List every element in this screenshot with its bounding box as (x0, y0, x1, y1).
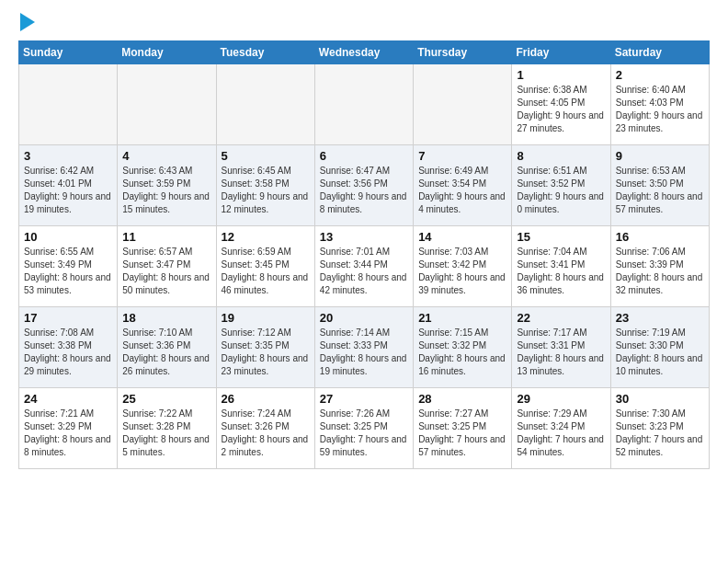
day-info: Sunrise: 7:24 AM Sunset: 3:26 PM Dayligh… (222, 408, 310, 459)
day-number: 10 (24, 230, 112, 244)
calendar-cell: 14Sunrise: 7:03 AM Sunset: 3:42 PM Dayli… (414, 226, 512, 307)
calendar-cell: 4Sunrise: 6:43 AM Sunset: 3:59 PM Daylig… (118, 145, 216, 226)
day-header-friday: Friday (512, 41, 610, 64)
day-number: 7 (418, 149, 506, 163)
day-info: Sunrise: 7:29 AM Sunset: 3:24 PM Dayligh… (517, 408, 605, 459)
day-number: 26 (222, 392, 310, 406)
day-header-saturday: Saturday (610, 41, 709, 64)
day-info: Sunrise: 7:14 AM Sunset: 3:33 PM Dayligh… (320, 327, 408, 378)
day-info: Sunrise: 6:47 AM Sunset: 3:56 PM Dayligh… (320, 165, 408, 216)
day-info: Sunrise: 6:40 AM Sunset: 4:03 PM Dayligh… (616, 84, 704, 135)
day-number: 15 (517, 230, 605, 244)
day-info: Sunrise: 7:17 AM Sunset: 3:31 PM Dayligh… (517, 327, 605, 378)
calendar-cell: 8Sunrise: 6:51 AM Sunset: 3:52 PM Daylig… (512, 145, 610, 226)
calendar-cell: 25Sunrise: 7:22 AM Sunset: 3:28 PM Dayli… (118, 388, 216, 469)
day-number: 21 (418, 311, 506, 325)
day-header-sunday: Sunday (19, 41, 118, 64)
calendar-cell: 27Sunrise: 7:26 AM Sunset: 3:25 PM Dayli… (314, 388, 413, 469)
day-info: Sunrise: 7:19 AM Sunset: 3:30 PM Dayligh… (616, 327, 704, 378)
day-number: 6 (320, 149, 408, 163)
day-number: 4 (122, 149, 210, 163)
logo-arrow-icon (20, 13, 35, 31)
calendar-cell: 11Sunrise: 6:57 AM Sunset: 3:47 PM Dayli… (118, 226, 216, 307)
day-number: 16 (616, 230, 704, 244)
day-number: 17 (24, 311, 112, 325)
calendar-cell: 15Sunrise: 7:04 AM Sunset: 3:41 PM Dayli… (512, 226, 610, 307)
day-info: Sunrise: 7:06 AM Sunset: 3:39 PM Dayligh… (616, 246, 704, 297)
day-info: Sunrise: 6:51 AM Sunset: 3:52 PM Dayligh… (517, 165, 605, 216)
calendar-cell: 21Sunrise: 7:15 AM Sunset: 3:32 PM Dayli… (414, 307, 512, 388)
logo (18, 15, 35, 31)
calendar-cell (314, 64, 413, 145)
day-number: 20 (320, 311, 408, 325)
day-number: 2 (616, 68, 704, 82)
day-number: 25 (122, 392, 210, 406)
day-number: 23 (616, 311, 704, 325)
calendar-cell: 6Sunrise: 6:47 AM Sunset: 3:56 PM Daylig… (314, 145, 413, 226)
day-info: Sunrise: 7:22 AM Sunset: 3:28 PM Dayligh… (122, 408, 210, 459)
day-info: Sunrise: 7:03 AM Sunset: 3:42 PM Dayligh… (418, 246, 506, 297)
day-info: Sunrise: 6:38 AM Sunset: 4:05 PM Dayligh… (517, 84, 605, 135)
calendar-cell: 17Sunrise: 7:08 AM Sunset: 3:38 PM Dayli… (19, 307, 118, 388)
day-header-monday: Monday (118, 41, 216, 64)
day-info: Sunrise: 7:26 AM Sunset: 3:25 PM Dayligh… (320, 408, 408, 459)
day-info: Sunrise: 7:15 AM Sunset: 3:32 PM Dayligh… (418, 327, 506, 378)
day-number: 9 (616, 149, 704, 163)
day-number: 14 (418, 230, 506, 244)
day-info: Sunrise: 6:43 AM Sunset: 3:59 PM Dayligh… (122, 165, 210, 216)
day-header-wednesday: Wednesday (314, 41, 413, 64)
calendar-cell: 7Sunrise: 6:49 AM Sunset: 3:54 PM Daylig… (414, 145, 512, 226)
calendar-cell (414, 64, 512, 145)
calendar-cell: 5Sunrise: 6:45 AM Sunset: 3:58 PM Daylig… (216, 145, 314, 226)
calendar-cell: 10Sunrise: 6:55 AM Sunset: 3:49 PM Dayli… (19, 226, 118, 307)
day-number: 24 (24, 392, 112, 406)
day-info: Sunrise: 6:42 AM Sunset: 4:01 PM Dayligh… (24, 165, 112, 216)
day-info: Sunrise: 6:45 AM Sunset: 3:58 PM Dayligh… (222, 165, 310, 216)
calendar-cell: 30Sunrise: 7:30 AM Sunset: 3:23 PM Dayli… (610, 388, 709, 469)
day-info: Sunrise: 7:27 AM Sunset: 3:25 PM Dayligh… (418, 408, 506, 459)
day-number: 12 (222, 230, 310, 244)
calendar-cell: 18Sunrise: 7:10 AM Sunset: 3:36 PM Dayli… (118, 307, 216, 388)
day-info: Sunrise: 7:10 AM Sunset: 3:36 PM Dayligh… (122, 327, 210, 378)
calendar-cell: 28Sunrise: 7:27 AM Sunset: 3:25 PM Dayli… (414, 388, 512, 469)
page-header (18, 15, 710, 31)
day-info: Sunrise: 7:21 AM Sunset: 3:29 PM Dayligh… (24, 408, 112, 459)
calendar-cell: 13Sunrise: 7:01 AM Sunset: 3:44 PM Dayli… (314, 226, 413, 307)
calendar-cell: 26Sunrise: 7:24 AM Sunset: 3:26 PM Dayli… (216, 388, 314, 469)
day-number: 5 (222, 149, 310, 163)
calendar-cell: 22Sunrise: 7:17 AM Sunset: 3:31 PM Dayli… (512, 307, 610, 388)
calendar-cell: 20Sunrise: 7:14 AM Sunset: 3:33 PM Dayli… (314, 307, 413, 388)
calendar-cell: 3Sunrise: 6:42 AM Sunset: 4:01 PM Daylig… (19, 145, 118, 226)
day-info: Sunrise: 7:30 AM Sunset: 3:23 PM Dayligh… (616, 408, 704, 459)
day-info: Sunrise: 7:01 AM Sunset: 3:44 PM Dayligh… (320, 246, 408, 297)
calendar-table: SundayMondayTuesdayWednesdayThursdayFrid… (18, 40, 710, 469)
calendar-cell: 2Sunrise: 6:40 AM Sunset: 4:03 PM Daylig… (610, 64, 709, 145)
day-number: 13 (320, 230, 408, 244)
day-header-thursday: Thursday (414, 41, 512, 64)
day-number: 28 (418, 392, 506, 406)
day-number: 11 (122, 230, 210, 244)
calendar-cell (216, 64, 314, 145)
calendar-cell: 9Sunrise: 6:53 AM Sunset: 3:50 PM Daylig… (610, 145, 709, 226)
calendar-cell: 24Sunrise: 7:21 AM Sunset: 3:29 PM Dayli… (19, 388, 118, 469)
day-number: 29 (517, 392, 605, 406)
calendar-cell (19, 64, 118, 145)
day-info: Sunrise: 6:53 AM Sunset: 3:50 PM Dayligh… (616, 165, 704, 216)
calendar-cell (118, 64, 216, 145)
calendar-cell: 23Sunrise: 7:19 AM Sunset: 3:30 PM Dayli… (610, 307, 709, 388)
day-number: 18 (122, 311, 210, 325)
day-number: 3 (24, 149, 112, 163)
calendar-cell: 12Sunrise: 6:59 AM Sunset: 3:45 PM Dayli… (216, 226, 314, 307)
day-number: 1 (517, 68, 605, 82)
day-info: Sunrise: 7:04 AM Sunset: 3:41 PM Dayligh… (517, 246, 605, 297)
day-number: 19 (222, 311, 310, 325)
day-info: Sunrise: 6:57 AM Sunset: 3:47 PM Dayligh… (122, 246, 210, 297)
calendar-cell: 29Sunrise: 7:29 AM Sunset: 3:24 PM Dayli… (512, 388, 610, 469)
day-info: Sunrise: 7:12 AM Sunset: 3:35 PM Dayligh… (222, 327, 310, 378)
calendar-cell: 1Sunrise: 6:38 AM Sunset: 4:05 PM Daylig… (512, 64, 610, 145)
calendar-cell: 16Sunrise: 7:06 AM Sunset: 3:39 PM Dayli… (610, 226, 709, 307)
day-number: 27 (320, 392, 408, 406)
day-info: Sunrise: 6:59 AM Sunset: 3:45 PM Dayligh… (222, 246, 310, 297)
day-number: 30 (616, 392, 704, 406)
day-number: 22 (517, 311, 605, 325)
